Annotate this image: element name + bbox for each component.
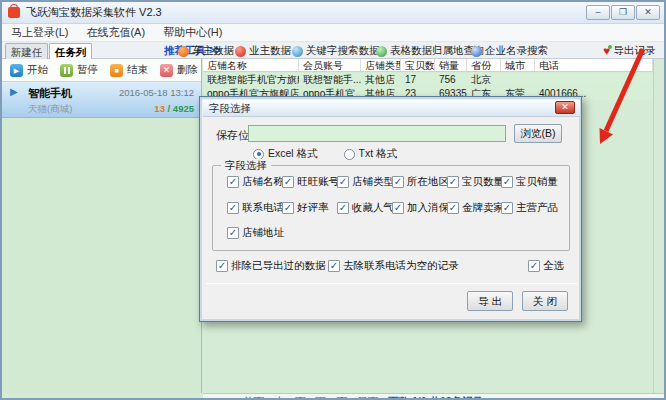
- dialog-title-bar[interactable]: 字段选择: [203, 100, 580, 117]
- checkbox-region[interactable]: 所在地区: [392, 175, 449, 189]
- checkbox-favorites[interactable]: 收藏人气: [337, 201, 394, 215]
- checkbox-shop-type[interactable]: 店铺类型: [337, 175, 394, 189]
- geo-lookup-icon: [376, 46, 387, 57]
- title-bar: 飞跃淘宝数据采集软件 V2.3 – ❐ ✕: [2, 2, 664, 24]
- col-shop-type[interactable]: 店铺类型: [361, 59, 401, 71]
- checkbox-icon: [501, 176, 513, 188]
- pagination-bar: 首页 上一页 下一页 尾页 页数 1/1 共13条记录: [203, 393, 664, 400]
- app-logo-icon: [8, 7, 20, 18]
- checkbox-icon: [227, 202, 239, 214]
- col-phone[interactable]: 电话: [535, 59, 653, 71]
- pause-button[interactable]: 暂停: [60, 63, 98, 77]
- radio-icon: [253, 149, 264, 160]
- company-search-icon: [471, 46, 482, 57]
- task-list-item-selected[interactable]: ▶ 智能手机 2016-05-18 13:12 天猫(商城) 13 / 4925: [2, 81, 201, 118]
- dialog-close-icon[interactable]: ✕: [555, 101, 575, 114]
- task-progress: 13 / 4925: [154, 103, 194, 114]
- field-groupbox: 字段选择 店铺名称 旺旺账号 店铺类型 所在地区 宝贝数量 宝贝销量 联系电话 …: [212, 165, 570, 251]
- checkbox-exclude-exported[interactable]: 排除已导出过的数据: [216, 259, 326, 273]
- delete-icon: ✕: [160, 64, 173, 77]
- checkbox-wangwang-account[interactable]: 旺旺账号: [282, 175, 339, 189]
- checkbox-icon: [216, 260, 228, 272]
- checkbox-shop-name[interactable]: 店铺名称: [227, 175, 284, 189]
- checkbox-icon: [337, 176, 349, 188]
- checkbox-icon: [328, 260, 340, 272]
- browse-button[interactable]: 浏览(B): [514, 124, 562, 143]
- task-name: 智能手机: [28, 86, 72, 101]
- toolbar-owner-data[interactable]: 业主数据: [235, 44, 291, 58]
- start-button[interactable]: ▶ 开始: [10, 63, 48, 77]
- checkbox-item-sales[interactable]: 宝贝销量: [501, 175, 558, 189]
- app-window: 飞跃淘宝数据采集软件 V2.3 – ❐ ✕ 马上登录(L) 在线充值(A) 帮助…: [0, 0, 666, 400]
- checkbox-phone[interactable]: 联系电话: [227, 201, 284, 215]
- task-list-empty-area: [2, 118, 201, 393]
- checkbox-icon: [392, 202, 404, 214]
- col-member-account[interactable]: 会员账号: [299, 59, 361, 71]
- checkbox-remove-empty-phone[interactable]: 去除联系电话为空的记录: [328, 259, 459, 273]
- checkbox-rating[interactable]: 好评率: [282, 201, 329, 215]
- toolbar-company-search[interactable]: 企业名录搜索: [471, 44, 548, 58]
- task-category: 天猫(商城): [28, 103, 72, 116]
- radio-icon: [344, 149, 355, 160]
- start-icon: ▶: [10, 64, 23, 77]
- checkbox-icon: [337, 202, 349, 214]
- checkbox-icon: [501, 202, 513, 214]
- checkbox-icon: [227, 176, 239, 188]
- play-icon: ▶: [10, 86, 18, 97]
- task-time: 2016-05-18 13:12: [119, 87, 194, 98]
- page-prev[interactable]: 上一页: [274, 395, 306, 400]
- tab-toolbar: 新建任务 任务列表 推荐工具 >> 车主数据 业主数据 关键字搜索数据 表格数据…: [2, 42, 664, 59]
- toolbar-export-records[interactable]: ♥ 导出记录: [603, 44, 655, 58]
- col-city[interactable]: 城市: [501, 59, 535, 71]
- menu-bar: 马上登录(L) 在线充值(A) 帮助中心(H): [2, 24, 664, 42]
- export-button[interactable]: 导 出: [467, 291, 513, 311]
- page-first[interactable]: 首页: [243, 395, 264, 400]
- checkbox-icon: [392, 176, 404, 188]
- col-shop-name[interactable]: 店铺名称: [203, 59, 299, 71]
- dialog-title: 字段选择: [209, 102, 251, 114]
- stop-icon: ■: [110, 64, 123, 77]
- col-item-count[interactable]: 宝贝数: [401, 59, 435, 71]
- tab-new-task[interactable]: 新建任务: [5, 43, 48, 59]
- col-province[interactable]: 省份: [467, 59, 501, 71]
- checkbox-gold-seller[interactable]: 金牌卖家: [447, 201, 504, 215]
- field-select-dialog: 字段选择 ✕ 保存位置: 浏览(B) Excel 格式 Txt 格式 字段选择 …: [199, 96, 582, 322]
- checkbox-icon: [227, 227, 239, 239]
- radio-txt-format[interactable]: Txt 格式: [344, 147, 398, 161]
- checkbox-shop-address[interactable]: 店铺地址: [227, 226, 284, 240]
- toolbar-geo-lookup[interactable]: 表格数据归属地查询: [376, 44, 485, 58]
- field-group-title: 字段选择: [221, 159, 271, 173]
- page-next[interactable]: 下一页: [316, 395, 348, 400]
- checkbox-main-products[interactable]: 主营产品: [501, 201, 558, 215]
- menu-login[interactable]: 马上登录(L): [2, 25, 77, 40]
- minimize-button[interactable]: –: [586, 5, 610, 20]
- checkbox-icon: [447, 176, 459, 188]
- close-button[interactable]: ✕: [636, 5, 660, 20]
- keyword-search-icon: [292, 46, 303, 57]
- table-right-edge: [653, 59, 654, 393]
- delete-button[interactable]: ✕ 删除: [160, 63, 198, 77]
- checkbox-select-all[interactable]: 全选: [528, 259, 564, 273]
- format-radios: Excel 格式 Txt 格式: [253, 147, 397, 161]
- page-last[interactable]: 尾页: [357, 395, 378, 400]
- stop-button[interactable]: ■ 结束: [110, 63, 148, 77]
- checkbox-consumer-protection[interactable]: 加入消保: [392, 201, 449, 215]
- toolbar-car-data[interactable]: 车主数据: [178, 44, 234, 58]
- dialog-separator: [206, 283, 577, 284]
- col-sales[interactable]: 销量: [435, 59, 467, 71]
- maximize-button[interactable]: ❐: [611, 5, 635, 20]
- menu-recharge[interactable]: 在线充值(A): [77, 25, 154, 40]
- toolbar-keyword-search[interactable]: 关键字搜索数据: [292, 44, 380, 58]
- checkbox-icon: [282, 202, 294, 214]
- checkbox-item-count[interactable]: 宝贝数量: [447, 175, 504, 189]
- task-panel: ▶ 开始 暂停 ■ 结束 ✕ 删除 ▶ 智能手机 2016-05-18 13:1…: [2, 59, 202, 393]
- owner-data-icon: [235, 46, 246, 57]
- dialog-close-button[interactable]: 关 闭: [522, 291, 568, 311]
- save-path-input[interactable]: [248, 125, 506, 142]
- window-title: 飞跃淘宝数据采集软件 V2.3: [26, 5, 162, 20]
- table-row[interactable]: 联想智能手机官方旗舰店 联想智能手... 其他店 17 756 北京: [203, 73, 653, 86]
- menu-help[interactable]: 帮助中心(H): [154, 25, 231, 40]
- car-data-icon: [178, 46, 189, 57]
- tab-task-list[interactable]: 任务列表: [49, 43, 92, 60]
- export-records-icon: ♥: [603, 46, 610, 57]
